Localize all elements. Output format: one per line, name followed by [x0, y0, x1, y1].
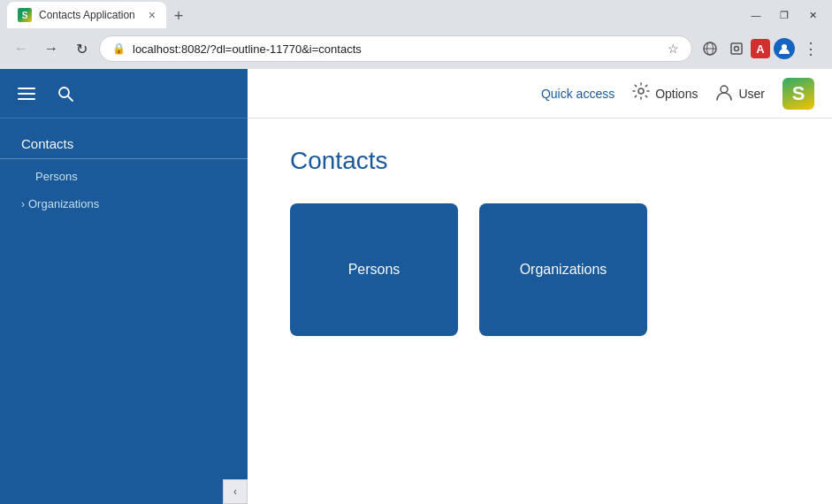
lock-icon: 🔒 — [112, 42, 126, 55]
gear-icon — [632, 82, 650, 104]
svg-rect-3 — [731, 43, 742, 54]
svg-point-8 — [638, 88, 644, 94]
sidebar-item-persons[interactable]: Persons — [0, 163, 248, 190]
organizations-card[interactable]: Organizations — [479, 203, 647, 336]
maximize-button[interactable]: ❐ — [772, 3, 797, 27]
persons-card-label: Persons — [348, 262, 401, 278]
svg-point-9 — [721, 86, 728, 93]
persons-card[interactable]: Persons — [290, 203, 458, 336]
card-grid: Persons Organizations — [290, 203, 790, 336]
new-tab-button[interactable]: + — [166, 4, 191, 28]
svg-point-4 — [735, 47, 739, 51]
main-body: Contacts Persons Organizations — [248, 118, 832, 364]
main-header: Quick access Options User S — [248, 69, 832, 118]
user-icon — [715, 83, 733, 103]
browser-menu-button[interactable]: ⋮ — [798, 36, 823, 61]
tab-close-button[interactable]: × — [149, 8, 156, 22]
svg-point-6 — [59, 88, 69, 97]
back-button[interactable]: ← — [9, 36, 34, 61]
forward-button[interactable]: → — [39, 36, 64, 61]
profile-menu-button[interactable] — [772, 36, 797, 61]
options-button[interactable]: Options — [632, 82, 698, 104]
sidebar-organizations-label: Organizations — [28, 197, 99, 210]
sidebar-persons-label: Persons — [35, 170, 78, 183]
sidebar-collapse-button[interactable]: ‹ — [223, 479, 248, 504]
bookmark-icon[interactable]: ☆ — [668, 42, 679, 56]
sidebar-section-contacts: Contacts — [0, 129, 248, 159]
reading-list-icon[interactable] — [724, 36, 749, 61]
organizations-card-label: Organizations — [520, 262, 607, 278]
sidebar: Contacts Persons › Organizations ‹ — [0, 69, 248, 504]
close-button[interactable]: ✕ — [800, 3, 825, 27]
page-title: Contacts — [290, 147, 790, 175]
tab-title: Contacts Application — [39, 9, 135, 21]
refresh-button[interactable]: ↻ — [69, 36, 94, 61]
options-label: Options — [655, 87, 698, 101]
minimize-button[interactable]: — — [744, 3, 768, 27]
user-label: User — [738, 87, 765, 101]
sidebar-search-button[interactable] — [57, 85, 74, 103]
user-button[interactable]: User — [715, 83, 765, 103]
svg-line-7 — [68, 96, 73, 101]
address-text[interactable]: localhost:8082/?dl=outline-11770&i=conta… — [133, 42, 660, 56]
hamburger-menu-button[interactable] — [14, 84, 39, 103]
chevron-right-icon: › — [21, 198, 25, 210]
quick-access-link[interactable]: Quick access — [541, 87, 614, 101]
collapse-icon: ‹ — [233, 485, 237, 498]
search-engine-icon[interactable] — [698, 36, 722, 61]
app-logo[interactable]: S — [782, 78, 814, 110]
main-content: Quick access Options User S Contacts — [248, 69, 832, 504]
extension-icon[interactable]: A — [751, 39, 770, 58]
sidebar-item-organizations[interactable]: › Organizations — [0, 190, 248, 218]
